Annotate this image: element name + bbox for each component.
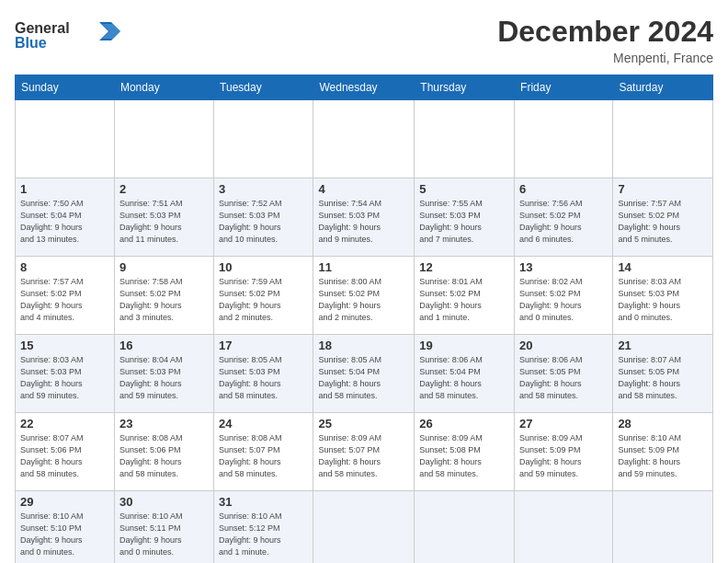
calendar-cell: 20Sunrise: 8:06 AMSunset: 5:05 PMDayligh… bbox=[515, 335, 613, 413]
calendar-cell bbox=[313, 491, 415, 564]
month-title: December 2024 bbox=[497, 15, 713, 49]
day-detail: Sunrise: 8:05 AMSunset: 5:04 PMDaylight:… bbox=[318, 354, 409, 402]
logo-text: General Blue bbox=[15, 15, 125, 60]
calendar-cell: 26Sunrise: 8:09 AMSunset: 5:08 PMDayligh… bbox=[415, 413, 515, 491]
day-number: 1 bbox=[20, 182, 109, 196]
col-tuesday: Tuesday bbox=[214, 75, 313, 100]
day-detail: Sunrise: 7:56 AMSunset: 5:02 PMDaylight:… bbox=[519, 198, 608, 246]
calendar-cell bbox=[613, 491, 713, 564]
calendar-cell bbox=[313, 100, 415, 178]
day-number: 13 bbox=[519, 260, 608, 274]
day-number: 25 bbox=[318, 417, 409, 431]
day-number: 28 bbox=[618, 417, 708, 431]
day-detail: Sunrise: 8:06 AMSunset: 5:04 PMDaylight:… bbox=[419, 354, 509, 402]
calendar-week-4: 15Sunrise: 8:03 AMSunset: 5:03 PMDayligh… bbox=[16, 335, 713, 413]
calendar-cell: 24Sunrise: 8:08 AMSunset: 5:07 PMDayligh… bbox=[214, 413, 313, 491]
day-detail: Sunrise: 8:05 AMSunset: 5:03 PMDaylight:… bbox=[219, 354, 308, 402]
calendar-week-2: 1Sunrise: 7:50 AMSunset: 5:04 PMDaylight… bbox=[16, 178, 713, 257]
calendar-table: Sunday Monday Tuesday Wednesday Thursday… bbox=[15, 75, 713, 563]
title-section: December 2024 Menpenti, France bbox=[497, 15, 713, 65]
day-number: 9 bbox=[119, 260, 209, 274]
day-detail: Sunrise: 8:02 AMSunset: 5:02 PMDaylight:… bbox=[519, 276, 608, 324]
col-thursday: Thursday bbox=[415, 75, 515, 100]
calendar-cell: 4Sunrise: 7:54 AMSunset: 5:03 PMDaylight… bbox=[313, 178, 415, 257]
calendar-cell: 17Sunrise: 8:05 AMSunset: 5:03 PMDayligh… bbox=[214, 335, 313, 413]
calendar-week-6: 29Sunrise: 8:10 AMSunset: 5:10 PMDayligh… bbox=[16, 491, 713, 564]
col-sunday: Sunday bbox=[16, 75, 115, 100]
day-number: 19 bbox=[419, 339, 509, 352]
col-saturday: Saturday bbox=[613, 75, 713, 100]
day-number: 22 bbox=[20, 417, 109, 431]
day-number: 23 bbox=[119, 417, 209, 431]
day-detail: Sunrise: 7:59 AMSunset: 5:02 PMDaylight:… bbox=[219, 276, 308, 324]
day-number: 29 bbox=[20, 495, 109, 509]
calendar-week-1 bbox=[16, 100, 713, 178]
calendar-cell: 11Sunrise: 8:00 AMSunset: 5:02 PMDayligh… bbox=[313, 257, 415, 335]
calendar-cell: 30Sunrise: 8:10 AMSunset: 5:11 PMDayligh… bbox=[114, 491, 213, 564]
calendar-cell bbox=[114, 100, 213, 178]
col-friday: Friday bbox=[515, 75, 613, 100]
day-number: 24 bbox=[219, 417, 308, 431]
svg-text:General: General bbox=[15, 20, 70, 36]
calendar-cell bbox=[415, 491, 515, 564]
day-number: 17 bbox=[219, 339, 308, 352]
calendar-cell: 16Sunrise: 8:04 AMSunset: 5:03 PMDayligh… bbox=[114, 335, 213, 413]
calendar-cell bbox=[16, 100, 115, 178]
day-detail: Sunrise: 8:10 AMSunset: 5:10 PMDaylight:… bbox=[20, 511, 109, 558]
calendar-cell: 7Sunrise: 7:57 AMSunset: 5:02 PMDaylight… bbox=[613, 178, 713, 257]
day-number: 5 bbox=[419, 182, 509, 196]
calendar-cell: 28Sunrise: 8:10 AMSunset: 5:09 PMDayligh… bbox=[613, 413, 713, 491]
header: General Blue December 2024 Menpenti, Fra… bbox=[15, 15, 713, 65]
day-detail: Sunrise: 8:06 AMSunset: 5:05 PMDaylight:… bbox=[519, 354, 608, 402]
calendar-cell: 22Sunrise: 8:07 AMSunset: 5:06 PMDayligh… bbox=[16, 413, 115, 491]
calendar-cell: 10Sunrise: 7:59 AMSunset: 5:02 PMDayligh… bbox=[214, 257, 313, 335]
day-detail: Sunrise: 7:51 AMSunset: 5:03 PMDaylight:… bbox=[119, 198, 209, 246]
day-number: 12 bbox=[419, 260, 509, 274]
day-detail: Sunrise: 7:50 AMSunset: 5:04 PMDaylight:… bbox=[20, 198, 109, 246]
col-monday: Monday bbox=[114, 75, 213, 100]
day-detail: Sunrise: 8:10 AMSunset: 5:12 PMDaylight:… bbox=[219, 511, 308, 558]
page-container: General Blue December 2024 Menpenti, Fra… bbox=[0, 0, 728, 563]
day-number: 6 bbox=[519, 182, 608, 196]
day-number: 20 bbox=[519, 339, 608, 352]
day-detail: Sunrise: 8:07 AMSunset: 5:05 PMDaylight:… bbox=[618, 354, 708, 402]
day-detail: Sunrise: 7:57 AMSunset: 5:02 PMDaylight:… bbox=[20, 276, 109, 324]
day-detail: Sunrise: 8:03 AMSunset: 5:03 PMDaylight:… bbox=[20, 354, 109, 402]
day-number: 8 bbox=[20, 260, 109, 274]
day-number: 31 bbox=[219, 495, 308, 509]
day-detail: Sunrise: 8:04 AMSunset: 5:03 PMDaylight:… bbox=[119, 354, 209, 402]
day-number: 7 bbox=[618, 182, 708, 196]
calendar-cell: 1Sunrise: 7:50 AMSunset: 5:04 PMDaylight… bbox=[16, 178, 115, 257]
day-detail: Sunrise: 8:10 AMSunset: 5:09 PMDaylight:… bbox=[618, 432, 708, 480]
calendar-cell: 14Sunrise: 8:03 AMSunset: 5:03 PMDayligh… bbox=[613, 257, 713, 335]
calendar-cell: 25Sunrise: 8:09 AMSunset: 5:07 PMDayligh… bbox=[313, 413, 415, 491]
svg-text:Blue: Blue bbox=[15, 35, 47, 51]
day-number: 18 bbox=[318, 339, 409, 352]
day-detail: Sunrise: 8:09 AMSunset: 5:07 PMDaylight:… bbox=[318, 432, 409, 480]
calendar-cell: 12Sunrise: 8:01 AMSunset: 5:02 PMDayligh… bbox=[415, 257, 515, 335]
day-number: 26 bbox=[419, 417, 509, 431]
day-detail: Sunrise: 8:01 AMSunset: 5:02 PMDaylight:… bbox=[419, 276, 509, 324]
location: Menpenti, France bbox=[497, 51, 713, 65]
logo: General Blue bbox=[15, 15, 125, 60]
calendar-week-3: 8Sunrise: 7:57 AMSunset: 5:02 PMDaylight… bbox=[16, 257, 713, 335]
day-detail: Sunrise: 7:55 AMSunset: 5:03 PMDaylight:… bbox=[419, 198, 509, 246]
calendar-cell bbox=[515, 100, 613, 178]
calendar-cell: 2Sunrise: 7:51 AMSunset: 5:03 PMDaylight… bbox=[114, 178, 213, 257]
calendar-week-5: 22Sunrise: 8:07 AMSunset: 5:06 PMDayligh… bbox=[16, 413, 713, 491]
calendar-cell: 29Sunrise: 8:10 AMSunset: 5:10 PMDayligh… bbox=[16, 491, 115, 564]
day-detail: Sunrise: 7:54 AMSunset: 5:03 PMDaylight:… bbox=[318, 198, 409, 246]
calendar-cell: 6Sunrise: 7:56 AMSunset: 5:02 PMDaylight… bbox=[515, 178, 613, 257]
day-number: 10 bbox=[219, 260, 308, 274]
day-detail: Sunrise: 7:57 AMSunset: 5:02 PMDaylight:… bbox=[618, 198, 708, 246]
calendar-cell: 3Sunrise: 7:52 AMSunset: 5:03 PMDaylight… bbox=[214, 178, 313, 257]
day-detail: Sunrise: 8:09 AMSunset: 5:09 PMDaylight:… bbox=[519, 432, 608, 480]
day-number: 16 bbox=[119, 339, 209, 352]
day-number: 30 bbox=[119, 495, 209, 509]
day-detail: Sunrise: 8:10 AMSunset: 5:11 PMDaylight:… bbox=[119, 511, 209, 558]
day-detail: Sunrise: 8:07 AMSunset: 5:06 PMDaylight:… bbox=[20, 432, 109, 480]
svg-marker-3 bbox=[102, 24, 120, 39]
day-detail: Sunrise: 8:03 AMSunset: 5:03 PMDaylight:… bbox=[618, 276, 708, 324]
day-number: 3 bbox=[219, 182, 308, 196]
day-number: 21 bbox=[618, 339, 708, 352]
